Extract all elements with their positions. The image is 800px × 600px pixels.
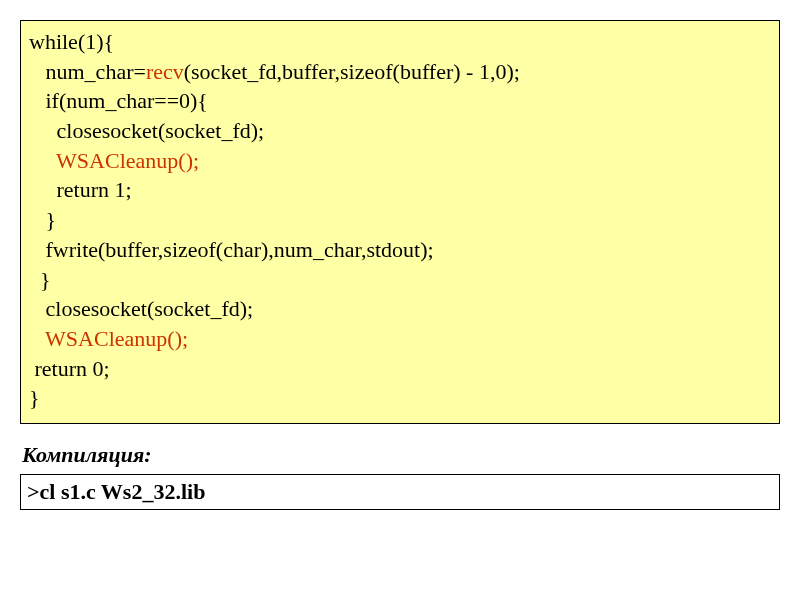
code-line: while(1){ (29, 29, 114, 54)
code-line: WSACleanup(); (29, 148, 199, 173)
code-block: while(1){ num_char=recv(socket_fd,buffer… (20, 20, 780, 424)
code-line: } (29, 267, 51, 292)
compile-label: Компиляция: (22, 442, 780, 468)
code-line: return 1; (29, 177, 132, 202)
code-line: if(num_char==0){ (29, 88, 208, 113)
code-text (29, 326, 45, 351)
code-keyword: recv (146, 59, 184, 84)
code-text: (socket_fd,buffer,sizeof(buffer) - 1,0); (184, 59, 520, 84)
code-line: closesocket(socket_fd); (29, 296, 253, 321)
code-line: fwrite(buffer,sizeof(char),num_char,stdo… (29, 237, 434, 262)
slide: while(1){ num_char=recv(socket_fd,buffer… (0, 0, 800, 510)
compile-command: >cl s1.c Ws2_32.lib (20, 474, 780, 510)
code-line: } (29, 385, 40, 410)
code-line: return 0; (29, 356, 110, 381)
code-line: num_char=recv(socket_fd,buffer,sizeof(bu… (29, 59, 520, 84)
code-line: } (29, 207, 56, 232)
code-text (29, 148, 56, 173)
code-text: num_char= (29, 59, 146, 84)
code-keyword: WSACleanup(); (45, 326, 188, 351)
code-line: WSACleanup(); (29, 326, 188, 351)
code-keyword: WSACleanup(); (56, 148, 199, 173)
code-line: closesocket(socket_fd); (29, 118, 264, 143)
